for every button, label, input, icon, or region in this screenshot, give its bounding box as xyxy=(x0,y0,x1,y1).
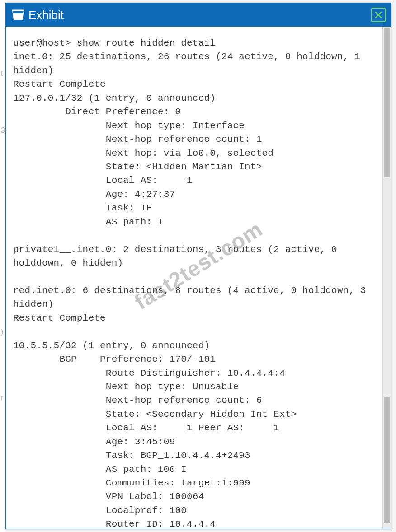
close-button[interactable] xyxy=(371,8,386,22)
terminal-content[interactable]: user@host> show route hidden detail inet… xyxy=(6,27,382,529)
exhibit-window: Exhibit user@host> show route hidden det… xyxy=(5,3,391,529)
scrollbar-thumb-lower[interactable] xyxy=(384,397,390,523)
titlebar: Exhibit xyxy=(6,3,391,27)
window-body: user@host> show route hidden detail inet… xyxy=(6,27,391,529)
scrollbar-thumb-upper[interactable] xyxy=(384,28,390,177)
terminal-output: user@host> show route hidden detail inet… xyxy=(13,37,377,529)
page-gutter: t 3 ) r xyxy=(0,0,5,532)
close-icon xyxy=(375,11,382,19)
exhibit-icon xyxy=(11,9,25,21)
window-title: Exhibit xyxy=(28,8,64,22)
scrollbar-track[interactable] xyxy=(382,27,391,529)
